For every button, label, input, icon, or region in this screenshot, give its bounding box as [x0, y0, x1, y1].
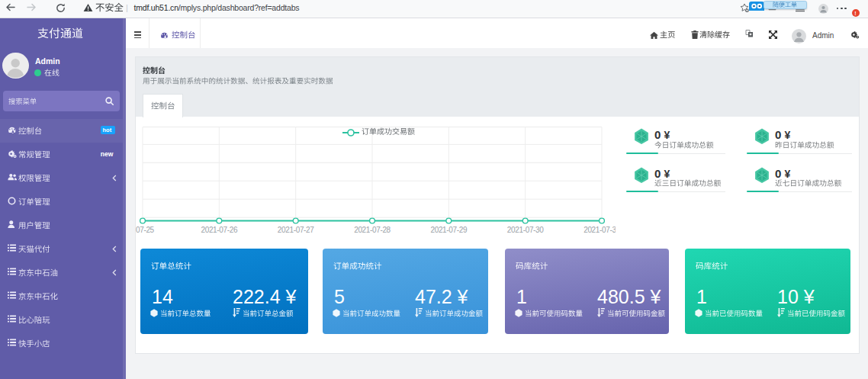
svg-text:2021-07-26: 2021-07-26	[201, 226, 237, 234]
svg-text:2021-07-29: 2021-07-29	[430, 226, 467, 234]
svg-text:2021-07-28: 2021-07-28	[354, 226, 391, 234]
svg-text:2021-07-27: 2021-07-27	[278, 226, 314, 234]
svg-text:2021-07-31: 2021-07-31	[583, 226, 616, 234]
svg-text:07-25: 07-25	[136, 226, 155, 234]
svg-text:2021-07-30: 2021-07-30	[507, 226, 544, 234]
